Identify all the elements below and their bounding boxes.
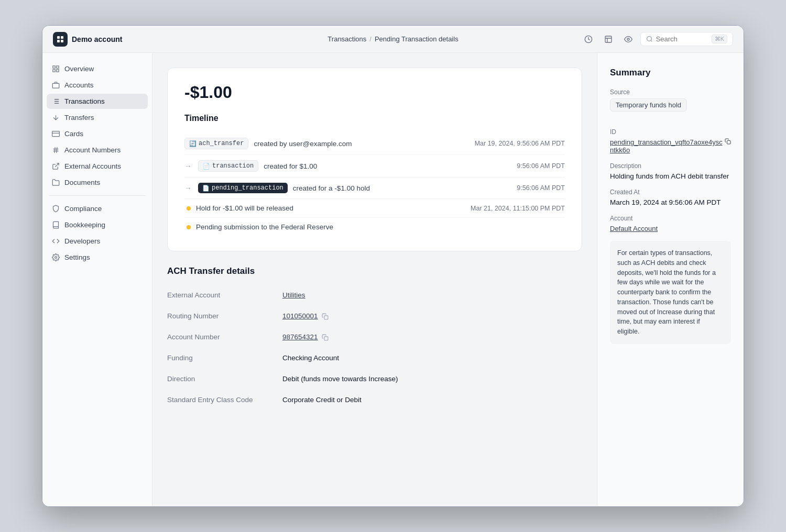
timeline: 🔄 ach_transfer created by user@example.c… — [184, 132, 565, 236]
timeline-item-2: → 📄 transaction created for $1.00 9:56:0… — [184, 155, 565, 178]
svg-rect-2 — [57, 40, 60, 42]
timeline-item-1: 🔄 ach_transfer created by user@example.c… — [184, 132, 565, 155]
breadcrumb-current: Pending Transaction details — [375, 35, 458, 43]
arrow-icon-1: → — [184, 162, 192, 170]
account-number-copy-icon[interactable] — [322, 334, 329, 341]
svg-line-10 — [651, 40, 652, 41]
field-value: Utilities — [282, 285, 582, 306]
external-icon — [52, 162, 60, 170]
svg-line-27 — [54, 147, 55, 153]
detail-card: -$1.00 Timeline 🔄 ach_transfer created b… — [167, 68, 582, 251]
ach-details-title: ACH Transfer details — [167, 266, 582, 276]
svg-rect-0 — [57, 36, 60, 39]
search-input[interactable] — [656, 35, 708, 43]
account-number-link[interactable]: 987654321 — [282, 333, 318, 341]
svg-rect-13 — [53, 70, 55, 72]
account-label: Account — [610, 215, 731, 222]
sidebar-item-compliance[interactable]: Compliance — [47, 201, 148, 216]
field-value: 101050001 — [282, 306, 582, 327]
dot-icon-2 — [187, 225, 191, 229]
created-at-value: March 19, 2024 at 9:56:06 AM PDT — [610, 198, 731, 206]
bank-icon — [52, 81, 60, 89]
sidebar-item-transfers[interactable]: Transfers — [47, 110, 148, 125]
eye-icon-btn[interactable] — [620, 31, 636, 47]
breadcrumb-parent[interactable]: Transactions — [328, 35, 366, 43]
search-shortcut: ⌘K — [712, 35, 727, 43]
sidebar-item-settings[interactable]: Settings — [47, 250, 148, 265]
topbar-actions: ⌘K — [581, 31, 733, 47]
description-value: Holding funds from ACH debit transfer — [610, 172, 731, 180]
shield-icon — [52, 205, 60, 213]
book-icon-btn[interactable] — [601, 31, 616, 47]
id-copy-icon[interactable] — [725, 138, 731, 146]
svg-rect-33 — [727, 141, 731, 145]
field-value: Checking Account — [282, 348, 582, 369]
svg-rect-23 — [52, 131, 60, 137]
summary-panel: Summary Source Temporary funds hold ID p… — [597, 53, 744, 506]
transaction-badge[interactable]: 📄 transaction — [198, 160, 258, 172]
sidebar-item-bookkeeping[interactable]: Bookkeeping — [47, 217, 148, 232]
svg-rect-1 — [61, 36, 63, 39]
timeline-time-3: 9:56:06 AM PDT — [517, 184, 565, 192]
svg-point-9 — [647, 37, 651, 41]
sidebar-item-documents[interactable]: Documents — [47, 175, 148, 190]
field-label: Account Number — [167, 327, 282, 348]
table-row: Account Number 987654321 — [167, 327, 582, 348]
app-branding: Demo account — [53, 32, 122, 47]
svg-point-30 — [55, 257, 57, 259]
ach-details-table: External Account Utilities Routing Numbe… — [167, 285, 582, 411]
eye-icon — [624, 35, 632, 43]
svg-rect-11 — [53, 66, 55, 68]
routing-number-link[interactable]: 101050001 — [282, 312, 318, 320]
ach-transfer-badge[interactable]: 🔄 ach_transfer — [184, 138, 248, 149]
timeline-text-1: created by user@example.com — [254, 140, 469, 148]
timeline-text-2: created for $1.00 — [264, 162, 511, 170]
id-value: pending_transaction_vqfto7aoxe4yscntkk6o — [610, 138, 731, 154]
field-value: 987654321 — [282, 327, 582, 348]
sidebar-item-cards[interactable]: Cards — [47, 126, 148, 141]
breadcrumb: Transactions / Pending Transaction detai… — [328, 35, 458, 43]
ach-icon: 🔄 — [189, 140, 196, 147]
hash-icon — [52, 146, 60, 154]
timeline-text-4: Hold for -$1.00 will be released — [196, 204, 465, 212]
list-icon — [52, 97, 60, 105]
svg-rect-31 — [324, 316, 328, 319]
ach-details-section: ACH Transfer details External Account Ut… — [167, 266, 582, 411]
external-account-link[interactable]: Utilities — [282, 291, 305, 299]
history-icon — [584, 35, 593, 43]
pending-transaction-badge[interactable]: 📄 pending_transaction — [198, 183, 288, 193]
sidebar-item-external-accounts[interactable]: External Accounts — [47, 159, 148, 174]
timeline-date-1: Mar 19, 2024, 9:56:06 AM PDT — [475, 140, 565, 147]
main-layout: Overview Accounts Transactions Transfers… — [42, 53, 744, 506]
main-panel: -$1.00 Timeline 🔄 ach_transfer created b… — [152, 53, 597, 506]
timeline-text-5: Pending submission to the Federal Reserv… — [196, 223, 565, 231]
card-icon — [52, 130, 60, 138]
field-label: Funding — [167, 348, 282, 369]
sidebar-item-overview[interactable]: Overview — [47, 61, 148, 76]
grid-icon — [52, 65, 60, 73]
book-icon — [604, 35, 613, 43]
code-icon — [52, 237, 60, 245]
table-row: Funding Checking Account — [167, 348, 582, 369]
sidebar-item-accounts[interactable]: Accounts — [47, 77, 148, 93]
source-label: Source — [610, 88, 731, 96]
account-value: Default Account — [610, 225, 731, 232]
svg-line-29 — [55, 163, 59, 167]
field-label: Standard Entry Class Code — [167, 390, 282, 411]
folder-icon — [52, 179, 60, 186]
history-icon-btn[interactable] — [581, 31, 596, 47]
source-badge: Temporary funds hold — [610, 98, 687, 112]
svg-rect-3 — [61, 40, 63, 42]
transaction-amount: -$1.00 — [184, 83, 565, 102]
sidebar-item-developers[interactable]: Developers — [47, 234, 148, 249]
account-link[interactable]: Default Account — [610, 225, 658, 232]
search-icon — [646, 36, 653, 42]
routing-copy-icon[interactable] — [322, 313, 329, 320]
svg-rect-5 — [605, 36, 612, 42]
table-row: External Account Utilities — [167, 285, 582, 306]
sidebar-item-transactions[interactable]: Transactions — [47, 94, 148, 109]
summary-title: Summary — [610, 68, 731, 78]
transaction-id-link[interactable]: pending_transaction_vqfto7aoxe4yscntkk6o — [610, 138, 731, 154]
sidebar-item-account-numbers[interactable]: Account Numbers — [47, 142, 148, 158]
search-box[interactable]: ⌘K — [640, 32, 733, 46]
